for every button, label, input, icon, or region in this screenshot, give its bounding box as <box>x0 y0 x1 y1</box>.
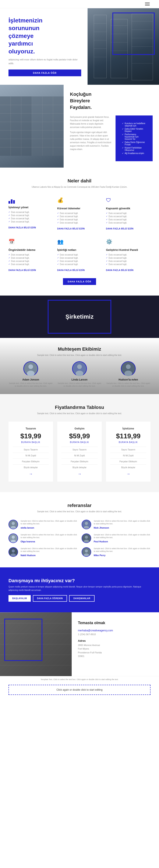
svg-point-35 <box>77 364 82 369</box>
hamburger-button[interactable] <box>144 2 151 6</box>
ref-name: Nick Jhonson <box>94 526 151 529</box>
list-item: Duis occaecat fugit. <box>106 259 151 263</box>
ref-avatar-2 <box>82 520 91 529</box>
ref-content-2: Sample text. Click to select the text bo… <box>94 520 151 529</box>
svg-point-56 <box>85 549 88 553</box>
ref-content-6: Sample text. Click to select the text bo… <box>94 547 151 557</box>
ekip-subtitle: Sample text. Click to select the text bo… <box>8 353 151 357</box>
plan-arrow-icon[interactable]: → <box>62 472 97 476</box>
hamburger-line <box>145 3 150 3</box>
list-item: Duis occaecat fugit. <box>106 215 151 218</box>
bar3 <box>13 200 15 204</box>
plan-divider <box>110 446 146 447</box>
neler-item-list: Duis occaecat fugit. Duis occaecat fugit… <box>57 212 102 224</box>
ref-avatar-5 <box>8 547 18 557</box>
neler-item-link[interactable]: DAHA FAZLA BİLGİ EDİN <box>106 227 133 230</box>
kocluk-text1: Sed posuere proin grande featurent ferus… <box>70 116 111 129</box>
list-item: Duis occaecat fugit. <box>57 218 102 221</box>
list-item: Duis occaecat fugit. <box>57 263 102 266</box>
cta-buttons: BAŞLAYALIM DAHA FAZLA ÖĞRENİN Danışmanla… <box>8 595 151 602</box>
ref-name: Nakti Hudson <box>21 554 77 557</box>
neler-item-list: Duis occaecat fugit. Duis occaecat fugit… <box>8 253 53 266</box>
ref-content-3: Sample text. Click to select the text bo… <box>21 533 77 543</box>
kocluk-right-col: Kurulucu ve hedeflere ulaşmak için Daha … <box>111 116 153 161</box>
hero-text-area: İşletmenizin sorununun çözmeye yardımcı … <box>0 8 88 85</box>
neler-item-link[interactable]: DAHA FAZLA BİLGİ EDİN <box>57 269 85 271</box>
neler-cta-button[interactable]: DAHA FAZLA ÖĞR <box>63 278 96 285</box>
footer-template-text: Template Text. Click to select the text … <box>8 678 151 681</box>
neler-item-link[interactable]: DAHA FAZLA BİLGİ EDİN <box>106 269 133 271</box>
ref-item-6: Sample text. Click to select the text bo… <box>82 547 151 557</box>
footer-text: Template Text. Click to select the text … <box>0 676 159 683</box>
neler-item-1: İşletmeyi yönet Duis occaecat fugit. Dui… <box>8 195 53 232</box>
plan-feature: Ni Mi Zopiti <box>13 455 49 457</box>
contact-title: Temasta olmak <box>78 621 153 625</box>
panel-icon: ⚙️ <box>106 239 114 246</box>
pricing-title: Fiyatlandırma Tablosu <box>8 405 151 410</box>
svg-point-47 <box>12 535 15 539</box>
contact-blue-border <box>4 619 42 661</box>
svg-point-44 <box>85 522 88 525</box>
cta-text: Quam mollis pretium massa et tempor aliq… <box>8 585 151 592</box>
list-item: Duis occaecat fugit. <box>8 211 53 214</box>
referanslar-title: referanslar <box>8 503 151 508</box>
sirket-title: Şirketimiz <box>65 313 94 320</box>
svg-point-38 <box>126 364 131 369</box>
pricing-plan-2: Gelişim $59,99 Buraya Başlık Sayısı Tasa… <box>57 422 102 482</box>
ekip-grid: Adam Jonson Sample text. Click to select… <box>8 361 151 388</box>
list-item: Duis occaecat fugit. <box>106 253 151 256</box>
ekip-member-2: Linda Larson Sample text. Click to selec… <box>57 361 102 388</box>
chart-icon <box>8 197 15 204</box>
list-item: Daha Derin Öğrenme Fırsatı <box>122 141 146 146</box>
plan-arrow-icon[interactable]: → <box>110 472 146 476</box>
kocluk-left-col: Sed posuere proin grande featurent ferus… <box>70 116 111 161</box>
pricing-subtitle: Sample text. Click to select the text bo… <box>8 412 151 415</box>
ref-text: Sample text. Click to select the text bo… <box>21 547 77 553</box>
neler-item-link[interactable]: DAHA FAZLA BİLGİ EDİN <box>57 227 85 230</box>
cta-btn3[interactable]: Danışmanlar <box>69 595 95 602</box>
neler-item-title: Geliştirici Kontrol Paneli <box>106 248 151 251</box>
plan-name: Tasarım <box>13 427 49 430</box>
plan-price: $19,99 <box>13 432 49 440</box>
cta-btn2[interactable]: DAHA FAZLA ÖĞRENİN <box>33 595 67 602</box>
avatar-svg <box>9 547 18 557</box>
ref-text: Sample text. Click to select the text bo… <box>21 533 77 539</box>
kocluk-cols: Sed posuere proin grande featurent ferus… <box>70 116 153 161</box>
editing-note-text: Click again or double click to start edi… <box>18 688 141 691</box>
kocluk-image-inner <box>0 85 64 167</box>
neler-item-title: İşletmeyi yönet <box>8 206 53 209</box>
svg-rect-0 <box>94 15 106 78</box>
hero-section: İşletmenizin sorununun çözmeye yardımcı … <box>0 8 159 85</box>
avatar-svg <box>9 533 18 543</box>
hero-image-overlay <box>88 8 159 85</box>
neler-item-link[interactable]: DAHA FAZLA BİLGİ EDİN <box>8 226 36 229</box>
neler-item-list: Duis occaecat fugit. Duis occaecat fugit… <box>57 253 102 266</box>
list-item: Duis occaecat fugit. <box>8 259 53 263</box>
plan-feature: Parçaları Etkileyim <box>62 460 97 463</box>
neler-subtitle: Ullamco Laboris Nisi ut Aliquip Ex ea Co… <box>8 185 151 189</box>
plan-divider <box>13 453 49 453</box>
list-item: Duis occaecat fugit. <box>57 259 102 263</box>
ref-text: Sample text. Click to select the text bo… <box>94 533 151 539</box>
svg-point-41 <box>12 522 15 525</box>
contact-address-label: Adres <box>78 639 153 642</box>
hero-cta-button[interactable]: DAHA FAZLA ÖĞR <box>8 69 81 76</box>
plan-arrow-icon[interactable]: → <box>13 472 49 476</box>
ref-avatar-3 <box>8 533 18 543</box>
hamburger-line <box>145 5 150 5</box>
list-item: Duis occaecat fugit. <box>106 256 151 259</box>
list-item: Duis occaecat fugit. <box>8 256 53 259</box>
ref-grid: Sample text. Click to select the text bo… <box>8 520 151 557</box>
hamburger-line <box>145 4 150 4</box>
neler-item-link[interactable]: DAHA FAZLA BİLGİ EDİN <box>8 269 36 271</box>
cta-btn1[interactable]: BAŞLAYALIM <box>8 595 31 602</box>
ref-name: stella larson <box>21 526 77 529</box>
kocluk-checklist: Kurulucu ve hedeflere ulaşmak için Daha … <box>116 116 153 161</box>
kocluk-title: Koçluğun Bireylere Faydaları. <box>70 91 153 111</box>
plan-price: $59,99 <box>62 432 97 440</box>
coins-icon: 💰 <box>57 197 65 205</box>
contact-email-link[interactable]: merhaba@creativeagency.com <box>78 629 113 632</box>
plan-feature: Sayısı Tasarım <box>110 448 146 451</box>
list-item: Duis occaecat fugit. <box>8 214 53 217</box>
avatar-svg <box>82 520 91 529</box>
